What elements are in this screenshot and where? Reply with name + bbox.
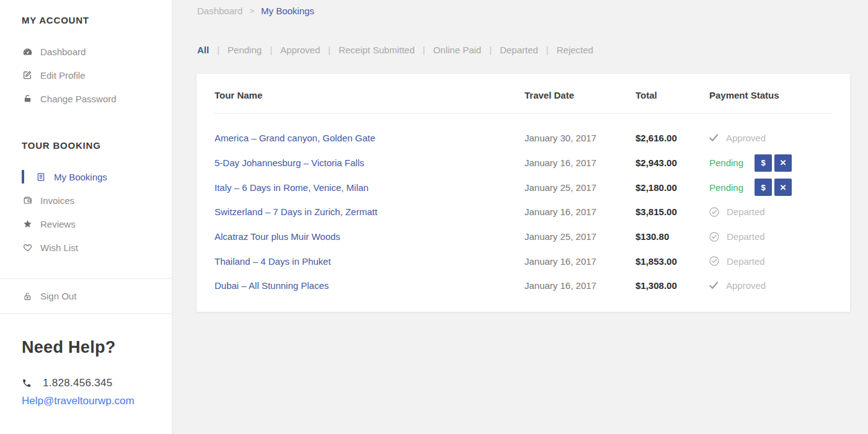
filter-tab-all[interactable]: All — [197, 45, 209, 55]
table-row: America – Grand canyon, Golden Gate Janu… — [215, 126, 833, 151]
breadcrumb-current-page: My Bookings — [261, 6, 314, 16]
column-header-travel-date: Travel Date — [525, 90, 636, 100]
status-label: Approved — [726, 280, 766, 291]
status-label: Approved — [726, 133, 766, 143]
tour-name-link[interactable]: Thailand – 4 Days in Phuket — [215, 256, 525, 267]
circle-check-icon — [709, 256, 719, 266]
filter-separator: | — [489, 45, 492, 55]
tour-name-link[interactable]: America – Grand canyon, Golden Gate — [215, 133, 525, 143]
filter-tab-receipt-submitted[interactable]: Receipt Submitted — [339, 45, 415, 55]
help-phone-number: 1.828.456.345 — [43, 377, 113, 389]
filter-tab-online-paid[interactable]: Online Paid — [433, 45, 482, 55]
bookings-icon — [35, 172, 46, 182]
main-content: Dashboard > My Bookings All|Pending|Appr… — [173, 0, 868, 434]
filter-tab-rejected[interactable]: Rejected — [557, 45, 593, 55]
cancel-button[interactable]: ✕ — [774, 154, 792, 172]
unlock-icon — [22, 291, 33, 301]
filter-separator: | — [423, 45, 425, 55]
sidebar-item-label: My Bookings — [54, 172, 107, 182]
filter-tab-departed[interactable]: Departed — [500, 45, 538, 55]
breadcrumb-separator-icon: > — [249, 6, 254, 16]
check-icon — [709, 281, 719, 290]
status-label: Pending — [709, 157, 743, 168]
check-icon — [709, 134, 719, 142]
payment-status-cell: Departed — [709, 231, 833, 242]
breadcrumb-dashboard-link[interactable]: Dashboard — [197, 6, 242, 16]
table-row: Switzerland – 7 Days in Zurich, Zermatt … — [215, 200, 833, 224]
table-row: Dubai – All Stunning Places January 16, … — [215, 273, 833, 298]
status-label: Pending — [709, 182, 743, 193]
travel-date-cell: January 16, 2017 — [525, 280, 636, 291]
tour-name-link[interactable]: 5-Day Johannesburg – Victoria Falls — [215, 157, 525, 168]
filter-separator: | — [546, 45, 549, 55]
tour-name-link[interactable]: Alcatraz Tour plus Muir Woods — [215, 231, 525, 242]
cancel-button[interactable]: ✕ — [774, 179, 792, 196]
travel-date-cell: January 25, 2017 — [525, 182, 636, 193]
total-cell: $2,180.00 — [636, 182, 709, 193]
circle-check-icon — [709, 207, 719, 217]
sign-out-label: Sign Out — [40, 291, 76, 301]
sidebar-section-title-my-account: MY ACCOUNT — [22, 15, 159, 26]
sidebar-item-label: Invoices — [40, 195, 74, 206]
sidebar-section-title-tour-booking: TOUR BOOKING — [22, 140, 159, 151]
status-label: Departed — [727, 256, 765, 267]
column-header-tour-name: Tour Name — [215, 90, 525, 100]
star-icon — [22, 219, 33, 229]
travel-date-cell: January 25, 2017 — [525, 231, 636, 242]
status-departed: Departed — [709, 206, 765, 217]
sidebar-item-wish-list[interactable]: Wish List — [22, 236, 159, 259]
table-header-row: Tour Name Travel Date Total Payment Stat… — [215, 74, 833, 113]
table-row: Alcatraz Tour plus Muir Woods January 25… — [215, 224, 833, 249]
sign-out-button[interactable]: Sign Out — [22, 279, 159, 313]
sidebar-item-change-password[interactable]: Change Password — [22, 87, 159, 110]
sidebar-item-dashboard[interactable]: Dashboard — [22, 40, 159, 63]
sidebar-item-label: Reviews — [40, 219, 76, 229]
sidebar-item-edit-profile[interactable]: Edit Profile — [22, 63, 159, 87]
sidebar-item-reviews[interactable]: Reviews — [22, 212, 159, 236]
payment-status-cell: Approved — [709, 133, 833, 143]
total-cell: $2,943.00 — [636, 157, 709, 168]
status-pending: Pending $ ✕ — [709, 154, 794, 172]
bookings-table-card: Tour Name Travel Date Total Payment Stat… — [197, 74, 850, 312]
status-label: Departed — [727, 206, 765, 217]
status-departed: Departed — [709, 231, 765, 242]
payment-status-cell: Departed — [709, 256, 833, 267]
filter-tab-pending[interactable]: Pending — [228, 45, 262, 55]
tour-name-link[interactable]: Dubai – All Stunning Places — [215, 280, 525, 291]
tour-booking-nav: My Bookings Invoices Reviews Wish List — [22, 165, 159, 259]
total-cell: $130.80 — [636, 231, 709, 242]
active-indicator-bar — [22, 170, 24, 184]
need-help-block: Need Help? 1.828.456.345 Help@traveltour… — [0, 314, 172, 407]
sidebar-item-invoices[interactable]: Invoices — [22, 188, 159, 212]
phone-icon — [22, 378, 33, 388]
pay-button[interactable]: $ — [755, 179, 772, 196]
lock-icon — [22, 94, 33, 104]
travel-date-cell: January 16, 2017 — [525, 206, 636, 217]
my-account-nav: Dashboard Edit Profile Change Password — [22, 40, 159, 110]
circle-check-icon — [709, 232, 719, 242]
edit-icon — [22, 70, 33, 80]
sidebar-item-label: Edit Profile — [40, 70, 86, 81]
total-cell: $2,616.00 — [636, 133, 709, 143]
filter-separator: | — [328, 45, 330, 55]
total-cell: $1,308.00 — [636, 280, 709, 291]
travel-date-cell: January 30, 2017 — [525, 133, 636, 143]
need-help-title: Need Help? — [22, 336, 159, 358]
column-header-payment-status: Payment Status — [709, 90, 833, 100]
help-phone-row: 1.828.456.345 — [22, 377, 159, 389]
sidebar-item-my-bookings[interactable]: My Bookings — [22, 165, 159, 188]
travel-date-cell: January 16, 2017 — [525, 157, 636, 168]
status-approved: Approved — [709, 280, 766, 291]
filter-tab-approved[interactable]: Approved — [280, 45, 320, 55]
tour-name-link[interactable]: Switzerland – 7 Days in Zurich, Zermatt — [215, 206, 525, 217]
wallet-icon — [22, 195, 33, 205]
filter-tabs: All|Pending|Approved|Receipt Submitted|O… — [197, 45, 868, 55]
total-cell: $3,815.00 — [636, 206, 709, 217]
pay-button[interactable]: $ — [755, 154, 772, 172]
total-cell: $1,853.00 — [636, 256, 709, 267]
help-email-link[interactable]: Help@traveltourwp.com — [22, 395, 135, 407]
column-header-total: Total — [636, 90, 709, 100]
tour-name-link[interactable]: Italy – 6 Days in Rome, Venice, Milan — [215, 182, 525, 193]
payment-status-cell: Pending $ ✕ — [709, 179, 833, 196]
heart-icon — [22, 242, 33, 252]
